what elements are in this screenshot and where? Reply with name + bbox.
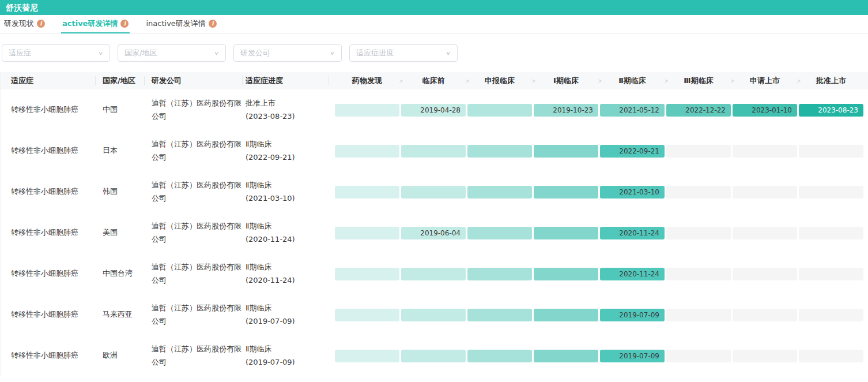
stage-segment — [534, 186, 598, 199]
stage-segment: 2019-06-04 — [401, 227, 466, 239]
pipeline-table: 适应症 国家/地区 研发公司 适应症进度 药物发现＞ 临床前＞ 申报临床＞ Ⅰ期… — [0, 72, 868, 376]
stage-bar: 2021-03-10 — [335, 186, 868, 199]
filter-indication[interactable]: 适应症 ∨ — [2, 44, 110, 62]
stage-segment: 2022-12-22 — [666, 104, 731, 117]
stage-segment — [401, 268, 466, 280]
stage-header-row: 药物发现＞ 临床前＞ 申报临床＞ Ⅰ期临床＞ Ⅱ期临床＞ Ⅲ期临床＞ 申请上市＞… — [335, 72, 868, 89]
stage-bar: 2020-11-24 — [335, 268, 868, 280]
cell-progress: 批准上市 (2023-08-23) — [243, 97, 329, 123]
tab-label: active研发详情 — [62, 18, 118, 29]
column-header-indication: 适应症 — [1, 72, 96, 89]
cell-region: 中国台湾 — [96, 267, 145, 280]
stage-segment: 2020-11-24 — [600, 227, 665, 239]
cell-company: 迪哲（江苏）医药股份有限公司 — [145, 220, 243, 246]
filter-placeholder: 适应症进度 — [356, 48, 394, 58]
stage-segment — [733, 227, 797, 239]
stage-header-approved: 批准上市＞ — [799, 72, 863, 89]
tab-bar: 研发现状 i active研发详情 i inactive研发详情 i — [0, 15, 868, 33]
stage-segment — [335, 145, 399, 158]
table-row: 转移性非小细胞肺癌 美国 迪哲（江苏）医药股份有限公司 Ⅱ期临床 (2020-1… — [1, 212, 868, 253]
stage-segment — [335, 227, 399, 239]
cell-indication: 转移性非小细胞肺癌 — [1, 185, 96, 199]
stage-segment — [401, 309, 466, 321]
filter-company[interactable]: 研发公司 ∨ — [233, 44, 342, 62]
progress-stage-label: Ⅱ期临床 — [246, 138, 329, 151]
info-icon[interactable]: i — [120, 20, 129, 28]
progress-stage-label: Ⅱ期临床 — [246, 220, 329, 233]
progress-date-label: (2022-09-21) — [246, 151, 329, 164]
progress-stage-label: Ⅱ期临床 — [246, 302, 329, 315]
cell-progress: Ⅱ期临床 (2022-09-21) — [243, 138, 329, 164]
stage-segment — [467, 350, 532, 362]
stage-header-preclinical: 临床前＞ — [401, 72, 466, 89]
filter-region[interactable]: 国家/地区 ∨ — [118, 44, 226, 62]
progress-date-label: (2019-07-09) — [246, 356, 329, 369]
tab-label: inactive研发详情 — [146, 18, 205, 29]
chevron-down-icon: ∨ — [98, 50, 103, 56]
stage-header-phase3: Ⅲ期临床＞ — [666, 72, 731, 89]
stage-segment: 2021-03-10 — [600, 186, 665, 199]
chevron-down-icon: ∨ — [446, 50, 451, 56]
stage-segment — [666, 350, 731, 362]
tab-label: 研发现状 — [4, 18, 34, 29]
stage-segment: 2019-07-09 — [600, 350, 665, 362]
stage-segment: 2019-10-23 — [534, 104, 598, 117]
stage-bar: 2019-07-09 — [335, 350, 868, 362]
stage-segment — [799, 145, 863, 158]
cell-company: 迪哲（江苏）医药股份有限公司 — [145, 138, 243, 164]
title-bar: 舒沃替尼 — [0, 0, 868, 15]
cell-progress: Ⅱ期临床 (2019-07-09) — [243, 343, 329, 369]
progress-date-label: (2019-07-09) — [246, 315, 329, 328]
stage-header-discovery: 药物发现＞ — [335, 72, 399, 89]
column-header-company: 研发公司 — [145, 72, 243, 89]
stage-segment — [733, 186, 797, 199]
table-row: 转移性非小细胞肺癌 日本 迪哲（江苏）医药股份有限公司 Ⅱ期临床 (2022-0… — [1, 130, 868, 171]
cell-indication: 转移性非小细胞肺癌 — [1, 349, 96, 362]
stage-segment — [799, 268, 863, 280]
stage-segment — [799, 227, 863, 239]
stage-segment — [733, 350, 797, 362]
stage-segment: 2019-07-09 — [600, 309, 665, 321]
cell-region: 欧洲 — [96, 349, 145, 362]
cell-company: 迪哲（江苏）医药股份有限公司 — [145, 97, 243, 123]
stage-segment — [401, 145, 466, 158]
tab-active-details[interactable]: active研发详情 i — [61, 15, 130, 33]
stage-bar: 2019-04-282019-10-232021-05-122022-12-22… — [335, 104, 868, 117]
cell-progress: Ⅱ期临床 (2021-03-10) — [243, 179, 329, 205]
stage-segment: 2019-04-28 — [401, 104, 466, 117]
table-row: 转移性非小细胞肺癌 韩国 迪哲（江苏）医药股份有限公司 Ⅱ期临床 (2021-0… — [1, 171, 868, 212]
table-header: 适应症 国家/地区 研发公司 适应症进度 药物发现＞ 临床前＞ 申报临床＞ Ⅰ期… — [1, 72, 868, 89]
cell-region: 日本 — [96, 144, 145, 158]
stage-segment — [733, 145, 797, 158]
cell-region: 马来西亚 — [96, 308, 145, 321]
stage-segment — [799, 186, 863, 199]
tab-rd-status[interactable]: 研发现状 i — [3, 15, 46, 33]
stage-segment — [335, 350, 399, 362]
info-icon[interactable]: i — [37, 20, 45, 28]
stage-segment — [666, 309, 731, 321]
stage-segment — [467, 268, 532, 280]
stage-segment — [666, 145, 731, 158]
cell-progress: Ⅱ期临床 (2020-11-24) — [243, 220, 329, 246]
stage-header-phase1: Ⅰ期临床＞ — [534, 72, 598, 89]
stage-segment — [401, 186, 466, 199]
stage-bar: 2019-06-042020-11-24 — [335, 227, 868, 239]
stage-segment — [534, 309, 598, 321]
stage-segment: 2023-08-23 — [799, 104, 863, 117]
table-row: 转移性非小细胞肺癌 中国台湾 迪哲（江苏）医药股份有限公司 Ⅱ期临床 (2020… — [1, 253, 868, 294]
cell-progress: Ⅱ期临床 (2019-07-09) — [243, 302, 329, 328]
cell-progress: Ⅱ期临床 (2020-11-24) — [243, 261, 329, 287]
stage-segment — [534, 268, 598, 280]
filter-progress[interactable]: 适应症进度 ∨ — [349, 44, 458, 62]
cell-company: 迪哲（江苏）医药股份有限公司 — [145, 261, 243, 287]
info-icon[interactable]: i — [209, 20, 217, 28]
tab-inactive-details[interactable]: inactive研发详情 i — [145, 15, 217, 33]
cell-region: 美国 — [96, 226, 145, 239]
cell-company: 迪哲（江苏）医药股份有限公司 — [145, 343, 243, 369]
stage-bar: 2019-07-09 — [335, 309, 868, 321]
table-row: 转移性非小细胞肺癌 中国 迪哲（江苏）医药股份有限公司 批准上市 (2023-0… — [1, 89, 868, 130]
progress-date-label: (2023-08-23) — [246, 110, 329, 123]
filter-placeholder: 适应症 — [9, 48, 31, 58]
stage-segment — [335, 104, 399, 117]
stage-segment — [799, 309, 863, 321]
